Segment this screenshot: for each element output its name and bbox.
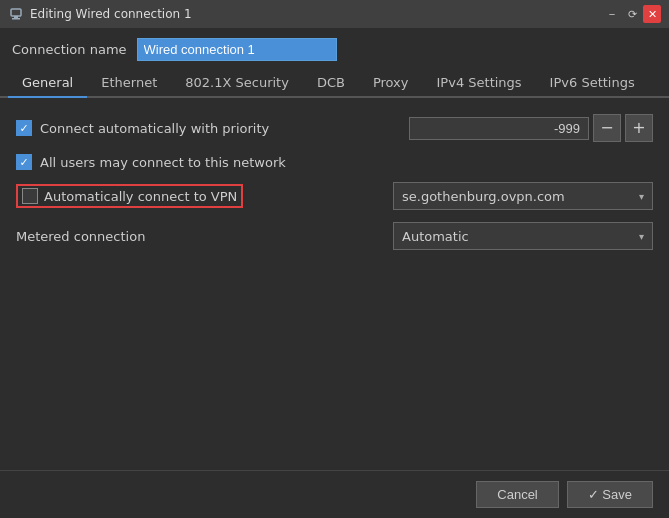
tab-ipv6[interactable]: IPv6 Settings	[536, 69, 649, 98]
window-title: Editing Wired connection 1	[30, 7, 192, 21]
all-users-label: All users may connect to this network	[40, 155, 286, 170]
connect-auto-label: Connect automatically with priority	[40, 121, 269, 136]
metered-dropdown-arrow: ▾	[639, 231, 644, 242]
vpn-dropdown-value: se.gothenburg.ovpn.com	[402, 189, 565, 204]
tab-ethernet[interactable]: Ethernet	[87, 69, 171, 98]
connection-name-input[interactable]	[137, 38, 337, 61]
vpn-row: Automatically connect to VPN se.gothenbu…	[16, 182, 653, 210]
vpn-checkbox-wrapper: Automatically connect to VPN	[16, 184, 243, 208]
vpn-left: Automatically connect to VPN	[16, 184, 243, 208]
connect-auto-left: Connect automatically with priority	[16, 120, 269, 136]
metered-dropdown[interactable]: Automatic ▾	[393, 222, 653, 250]
connection-name-row: Connection name	[0, 28, 669, 69]
vpn-dropdown[interactable]: se.gothenburg.ovpn.com ▾	[393, 182, 653, 210]
tab-general[interactable]: General	[8, 69, 87, 98]
metered-dropdown-value: Automatic	[402, 229, 469, 244]
save-button[interactable]: ✓ Save	[567, 481, 653, 508]
titlebar: Editing Wired connection 1 − ⟳ ✕	[0, 0, 669, 28]
svg-rect-0	[11, 9, 21, 16]
tab-proxy[interactable]: Proxy	[359, 69, 423, 98]
tab-dcb[interactable]: DCB	[303, 69, 359, 98]
tabs-bar: General Ethernet 802.1X Security DCB Pro…	[0, 69, 669, 98]
main-window: Connection name General Ethernet 802.1X …	[0, 28, 669, 518]
titlebar-controls: − ⟳ ✕	[603, 5, 661, 23]
svg-rect-2	[12, 18, 20, 20]
tab-ipv4[interactable]: IPv4 Settings	[423, 69, 536, 98]
priority-input[interactable]	[409, 117, 589, 140]
restore-button[interactable]: ⟳	[623, 5, 641, 23]
content-spacer	[16, 262, 653, 454]
close-button[interactable]: ✕	[643, 5, 661, 23]
connect-auto-row: Connect automatically with priority − +	[16, 114, 653, 142]
metered-row: Metered connection Automatic ▾	[16, 222, 653, 250]
connect-auto-checkbox[interactable]	[16, 120, 32, 136]
tab-8021x[interactable]: 802.1X Security	[171, 69, 303, 98]
footer: Cancel ✓ Save	[0, 470, 669, 518]
priority-increase-button[interactable]: +	[625, 114, 653, 142]
tab-content: Connect automatically with priority − + …	[0, 98, 669, 470]
cancel-button[interactable]: Cancel	[476, 481, 558, 508]
vpn-checkbox[interactable]	[22, 188, 38, 204]
svg-rect-1	[14, 16, 18, 18]
vpn-label: Automatically connect to VPN	[44, 189, 237, 204]
network-icon	[8, 6, 24, 22]
all-users-row: All users may connect to this network	[16, 154, 653, 170]
all-users-checkbox[interactable]	[16, 154, 32, 170]
connection-name-label: Connection name	[12, 42, 127, 57]
vpn-dropdown-arrow: ▾	[639, 191, 644, 202]
minimize-button[interactable]: −	[603, 5, 621, 23]
metered-label: Metered connection	[16, 229, 145, 244]
titlebar-left: Editing Wired connection 1	[8, 6, 192, 22]
priority-control: − +	[409, 114, 653, 142]
priority-decrease-button[interactable]: −	[593, 114, 621, 142]
